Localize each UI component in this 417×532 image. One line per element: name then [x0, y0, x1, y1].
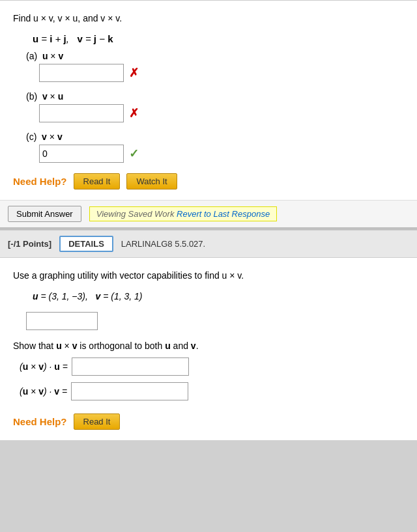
need-help-section: Need Help? Read It Watch It — [13, 173, 404, 189]
dot-u-input[interactable] — [72, 357, 189, 376]
problem-id: LARLINALG8 5.5.027. — [121, 239, 205, 249]
part-b-status-icon: ✗ — [129, 106, 139, 120]
cross-product-input-row — [26, 312, 404, 330]
orthogonal-text: Show that u × v is orthogonal to both u … — [13, 341, 404, 351]
need-help-label2: Need Help? — [13, 416, 67, 427]
read-it-button2[interactable]: Read It — [74, 413, 121, 430]
dot-v-input[interactable] — [71, 382, 188, 400]
section2-header: [-/1 Points] DETAILS LARLINALG8 5.5.027. — [0, 230, 417, 258]
dot-u-row: (u × v) · u = — [20, 357, 404, 376]
part-b-label: (b) v × u — [26, 91, 404, 102]
vector-equation: u = (3, 1, −3), v = (1, 3, 1) — [33, 291, 404, 301]
cross-product-input[interactable] — [26, 312, 98, 330]
part-a-input[interactable] — [39, 64, 124, 82]
part-b-input[interactable] — [39, 104, 124, 122]
dot-v-row: (u × v) · v = — [20, 382, 404, 400]
watch-it-button[interactable]: Watch It — [126, 173, 177, 189]
part-a-label: (a) u × v — [26, 51, 404, 61]
part-c-status-icon: ✓ — [129, 147, 139, 161]
equation-display: u = i + j, v = j − k — [33, 33, 404, 44]
part-b-input-row: ✗ — [39, 104, 404, 122]
instruction-text: Find u × v, v × u, and v × v. — [13, 11, 404, 25]
submit-answer-button[interactable]: Submit Answer — [8, 206, 81, 222]
dot-u-label: (u × v) · u = — [20, 361, 68, 372]
viewing-text: Viewing Saved Work — [96, 209, 175, 219]
need-help-section2: Need Help? Read It — [13, 413, 404, 430]
part-c-input[interactable] — [39, 145, 124, 163]
part-a-input-row: ✗ — [39, 64, 404, 82]
details-button[interactable]: DETAILS — [59, 236, 113, 252]
dot-v-label: (u × v) · v = — [20, 386, 67, 397]
part-c-label: (c) v × v — [26, 132, 404, 142]
section2-problem: Use a graphing utility with vector capab… — [0, 258, 417, 440]
revert-link[interactable]: Revert to Last Response — [177, 209, 270, 219]
part-a-status-icon: ✗ — [129, 66, 139, 80]
need-help-label: Need Help? — [13, 176, 67, 187]
read-it-button[interactable]: Read It — [74, 173, 121, 189]
part-c-input-row: ✓ — [39, 145, 404, 163]
submit-row: Submit Answer Viewing Saved Work Revert … — [0, 200, 417, 227]
points-badge: [-/1 Points] — [8, 239, 51, 249]
section2-instruction: Use a graphing utility with vector capab… — [13, 268, 404, 283]
viewing-notice: Viewing Saved Work Revert to Last Respon… — [89, 206, 277, 221]
section1-problem: Find u × v, v × u, and v × v. u = i + j,… — [0, 0, 417, 200]
